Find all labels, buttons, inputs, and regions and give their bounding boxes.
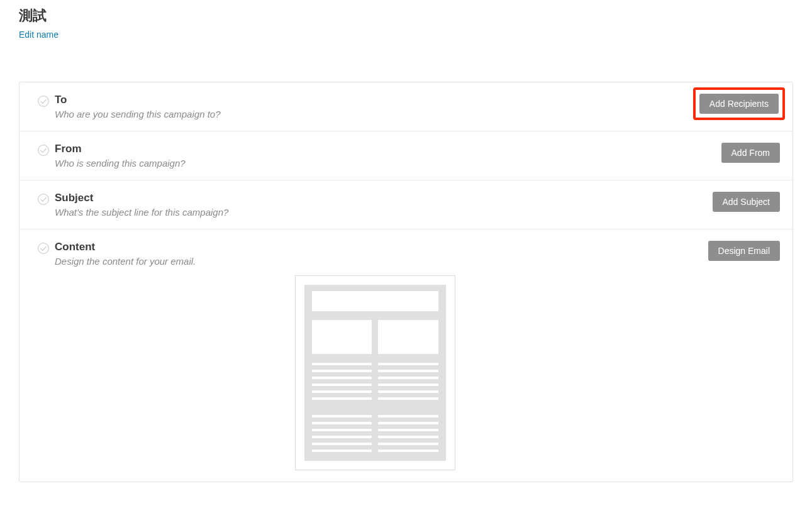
section-to-desc: Who are you sending this campaign to? — [55, 109, 681, 119]
section-subject: Subject What's the subject line for this… — [19, 180, 793, 229]
section-to: To Who are you sending this campaign to?… — [19, 82, 793, 131]
highlight-add-recipients: Add Recipients — [693, 87, 785, 120]
check-circle-icon — [37, 144, 50, 157]
check-circle-icon — [37, 95, 50, 108]
section-from-title: From — [55, 143, 709, 155]
placeholder-image — [378, 320, 438, 354]
edit-name-link[interactable]: Edit name — [19, 30, 58, 40]
campaign-setup-card: To Who are you sending this campaign to?… — [19, 82, 793, 482]
placeholder-image — [312, 320, 372, 354]
svg-point-1 — [38, 145, 49, 156]
section-subject-title: Subject — [55, 192, 700, 204]
section-subject-desc: What's the subject line for this campaig… — [55, 207, 700, 218]
add-subject-button[interactable]: Add Subject — [713, 192, 781, 212]
campaign-title: 測試 — [19, 6, 793, 25]
svg-point-2 — [38, 194, 49, 205]
add-from-button[interactable]: Add From — [721, 143, 780, 163]
check-circle-icon — [37, 193, 50, 206]
section-content: Content Design the content for your emai… — [19, 229, 793, 482]
svg-point-3 — [38, 243, 49, 254]
placeholder-text-lines — [378, 363, 438, 452]
check-circle-icon — [37, 242, 50, 255]
email-preview-thumbnail[interactable] — [295, 275, 455, 470]
design-email-button[interactable]: Design Email — [708, 241, 780, 261]
section-content-title: Content — [55, 241, 696, 253]
svg-point-0 — [38, 96, 49, 107]
section-from: From Who is sending this campaign? Add F… — [19, 131, 793, 180]
section-to-title: To — [55, 94, 681, 106]
section-from-desc: Who is sending this campaign? — [55, 158, 709, 168]
add-recipients-button[interactable]: Add Recipients — [699, 94, 779, 114]
placeholder-hero — [312, 291, 438, 311]
section-content-desc: Design the content for your email. — [55, 256, 696, 267]
placeholder-text-lines — [312, 363, 372, 452]
